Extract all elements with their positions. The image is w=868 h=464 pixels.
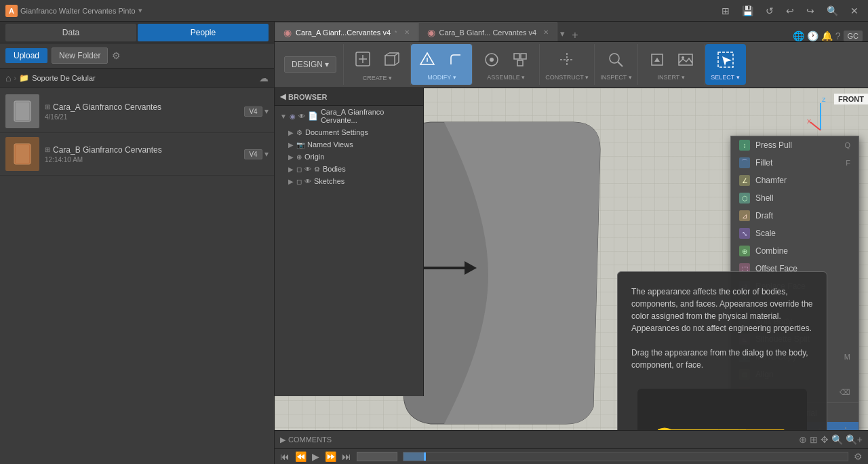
file-item[interactable]: ⊞ Cara_A Gianfranco Cervantes 4/16/21 V4… (0, 90, 274, 133)
svg-rect-7 (385, 56, 395, 65)
main-layout: Data People Upload New Folder ⚙ ⌂ › 📁 So… (0, 22, 868, 464)
file-name: ⊞ Cara_B Gianfranco Cervantes (45, 145, 239, 155)
tab-btn-globe[interactable]: 🌐 (793, 31, 804, 41)
browser-named-views[interactable]: ▶ 📷 Named Views (275, 138, 423, 151)
playback-prev-btn[interactable]: ⏪ (295, 451, 307, 462)
top-bar: A Gianfranco Walter Cervantes Pinto ▾ ⊞ … (0, 0, 868, 22)
browser-tree-root[interactable]: ▼ ◉ 👁 📄 Cara_A Gianfranco Cervante... (275, 106, 423, 126)
toolbar-construct-btn[interactable] (553, 48, 580, 73)
svg-marker-29 (722, 56, 732, 66)
tab-close-a[interactable]: ✕ (404, 28, 410, 36)
playback-bar: ⏮ ⏪ ▶ ⏩ ⏭ ⚙ (275, 449, 868, 464)
inspect-label[interactable]: INSPECT ▾ (600, 74, 631, 81)
assemble2-btn[interactable] (507, 48, 534, 73)
tab-cara-b[interactable]: ◉ Cara_B Gianf... Cervantes v4 ✕ (418, 22, 558, 41)
close-btn[interactable]: ✕ (846, 4, 863, 18)
menu-shell[interactable]: ⬡ Shell (731, 189, 859, 207)
browser-header[interactable]: ◀ BROWSER (275, 88, 423, 106)
file-version-badge[interactable]: V4 ▾ (244, 149, 269, 159)
tab-data[interactable]: Data (5, 24, 136, 41)
breadcrumb-home-icon[interactable]: ⌂ (5, 73, 11, 83)
comment-move-btn[interactable]: ✥ (821, 434, 829, 445)
browser-sketches[interactable]: ▶ ◻ 👁 Sketches (275, 175, 423, 187)
toolbar-select-btn[interactable] (712, 48, 739, 73)
toolbar-construct-group: CONSTRUCT ▾ (540, 44, 595, 85)
scale-icon: ⤡ (739, 228, 750, 239)
comment-zoom-btn[interactable]: 🔍 (831, 434, 843, 445)
redo-btn[interactable]: ↪ (802, 4, 818, 18)
toolbar-assemble-btn[interactable] (478, 48, 505, 73)
tab-cara-a[interactable]: ◉ Cara_A Gianf...Cervantes v4 * ✕ (275, 22, 418, 41)
browser-collapse-btn[interactable]: ◀ (280, 92, 285, 101)
comment-more-btn[interactable]: 🔍+ (846, 434, 863, 445)
browser-doc-settings[interactable]: ▶ ⚙ Document Settings (275, 126, 423, 138)
design-dropdown-btn[interactable]: DESIGN ▾ (284, 56, 336, 73)
menu-fillet[interactable]: ⌒ Fillet F (731, 154, 859, 172)
tab-people[interactable]: People (138, 24, 269, 41)
browser-bodies[interactable]: ▶ ◻ 👁 ⚙ Bodies (275, 163, 423, 175)
shell-icon: ⬡ (739, 193, 750, 204)
insert-label[interactable]: INSERT ▾ (657, 74, 684, 81)
undo-btn[interactable]: ↩ (782, 4, 798, 18)
canvas-area[interactable]: FRONT Z X ◀ BROWSER (275, 88, 868, 430)
upload-button[interactable]: Upload (5, 48, 47, 63)
comment-add-btn[interactable]: ⊕ (799, 434, 807, 445)
tab-btn-bell[interactable]: 🔔 (821, 31, 833, 41)
insert-icon (648, 51, 666, 70)
refresh-btn[interactable]: ↺ (762, 4, 778, 18)
select-label[interactable]: SELECT ▾ (711, 74, 739, 81)
playback-play-btn[interactable]: ▶ (312, 451, 319, 462)
file-version-badge[interactable]: V4 ▾ (244, 107, 269, 116)
user-initials: GC (844, 31, 863, 41)
toolbar-modify-btn[interactable] (414, 48, 441, 73)
breadcrumb-separator: › (14, 74, 16, 82)
search-btn[interactable]: 🔍 (823, 4, 842, 18)
svg-line-23 (618, 62, 623, 66)
menu-combine[interactable]: ⊕ Combine (731, 242, 859, 260)
menu-scale[interactable]: ⤡ Scale (731, 225, 859, 242)
comment-filter-btn[interactable]: ⊞ (810, 434, 818, 445)
toolbar-inspect-btn[interactable] (602, 48, 629, 73)
browser-origin[interactable]: ▶ ⊕ Origin (275, 151, 423, 163)
modify-label[interactable]: MODIFY ▾ (427, 74, 456, 81)
menu-chamfer[interactable]: ∠ Chamfer (731, 172, 859, 189)
construct-label[interactable]: CONSTRUCT ▾ (545, 74, 589, 81)
timeline-settings-btn[interactable]: ⚙ (854, 451, 863, 462)
toolbar-insert-btn[interactable] (644, 48, 671, 73)
breadcrumb: ⌂ › 📁 Soporte De Celular ☁ (0, 69, 274, 88)
tab-btn-help[interactable]: ? (835, 31, 841, 41)
settings-icon-btn[interactable]: ⚙ (112, 50, 121, 61)
insert-image-btn[interactable] (672, 48, 699, 73)
tree-arrow[interactable]: ▼ (280, 113, 287, 120)
browser-doc-settings-label: Document Settings (305, 128, 368, 136)
tab-add-btn[interactable]: + (568, 29, 582, 41)
title-dropdown-icon[interactable]: ▾ (138, 6, 142, 15)
tab-close-b[interactable]: ✕ (543, 28, 549, 36)
help-panel-image: AUTODESK (631, 382, 813, 430)
menu-draft[interactable]: ⊿ Draft (731, 207, 859, 225)
appearance-more-icon[interactable]: ⋮ (841, 425, 850, 430)
svg-line-31 (810, 122, 821, 130)
grid-view-btn[interactable]: ⊞ (717, 4, 734, 18)
new-folder-button[interactable]: New Folder (52, 47, 108, 64)
toolbar-create-btn[interactable] (349, 47, 376, 73)
file-item[interactable]: ⊞ Cara_B Gianfranco Cervantes 12:14:10 A… (0, 133, 274, 176)
comments-expand-icon[interactable]: ▶ (280, 436, 285, 444)
toolbar-modify-group: MODIFY ▾ (411, 44, 473, 85)
menu-press-pull[interactable]: ↕ Press Pull Q (731, 136, 859, 154)
bottom-bar: ▶ COMMENTS ⊕ ⊞ ✥ 🔍 🔍+ ⏮ ⏪ ▶ ⏩ ⏭ (275, 430, 868, 464)
playback-end-btn[interactable]: ⏭ (342, 451, 351, 462)
playback-start-btn[interactable]: ⏮ (280, 451, 290, 462)
create-box-btn[interactable] (378, 47, 405, 73)
timeline-area[interactable] (403, 452, 848, 461)
tab-dropdown-btn[interactable]: ▾ (557, 26, 568, 41)
assemble-label[interactable]: ASSEMBLE ▾ (487, 74, 525, 81)
modify-fillet-btn[interactable] (442, 48, 469, 73)
create-label[interactable]: CREATE ▾ (363, 75, 392, 81)
playback-next-btn[interactable]: ⏩ (325, 451, 336, 462)
save-btn[interactable]: 💾 (738, 4, 757, 18)
breadcrumb-folder[interactable]: Soporte De Celular (32, 74, 96, 82)
breadcrumb-cloud-icon[interactable]: ☁ (259, 73, 269, 83)
tab-btn-clock[interactable]: 🕐 (807, 31, 818, 41)
svg-point-22 (610, 54, 619, 63)
